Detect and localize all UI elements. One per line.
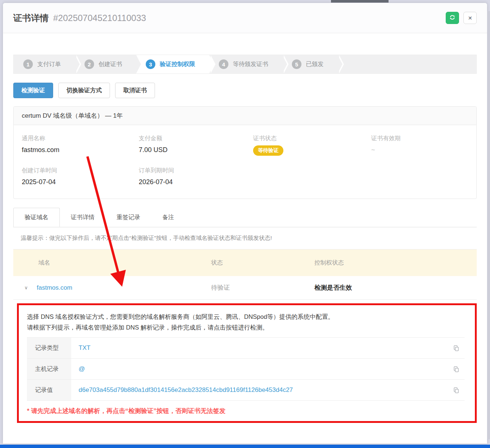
step-number-badge: 1 (23, 59, 33, 69)
domain-table-row: ∨ fastmos.com 待验证 检测是否生效 (13, 276, 477, 300)
close-button[interactable]: ✕ (463, 12, 477, 24)
background-page-artifact (331, 0, 389, 3)
refresh-icon (449, 14, 455, 22)
step-number-badge: 2 (84, 59, 94, 69)
page-scrollbar[interactable] (487, 11, 490, 439)
domain-link[interactable]: fastmos.com (37, 284, 72, 292)
field-amount: 支付金额 7.00 USD (139, 135, 253, 156)
copy-icon (453, 366, 459, 372)
product-title: certum DV 域名级（单域名） — 1年 (14, 107, 476, 125)
chevron-down-icon[interactable]: ∨ (24, 285, 28, 290)
tab-reissue-record[interactable]: 重签记录 (106, 208, 151, 227)
step-number-badge: 4 (219, 59, 228, 69)
domain-table-header: 域名 状态 控制权状态 (13, 249, 477, 276)
record-row-value: 记录值 d6e703a455d79b880a1df3014156e2acb232… (27, 380, 465, 401)
switch-method-button[interactable]: 切换验证方式 (58, 83, 110, 98)
check-verify-button[interactable]: 检测验证 (13, 83, 53, 98)
dns-intro-line1: 选择 DNS 域名授权验证方式，您需要到您的域名解析服务商（如阿里云、腾讯、DN… (27, 311, 465, 322)
cancel-cert-button[interactable]: 取消证书 (115, 83, 155, 98)
copy-icon (453, 387, 459, 393)
dns-record-table: 记录类型 TXT 主机记录 @ (27, 338, 465, 401)
page-title: 证书详情 (13, 12, 49, 24)
status-badge: 等待验证 (253, 145, 283, 156)
refresh-button[interactable] (446, 12, 459, 24)
control-status-link[interactable]: 检测是否生效 (314, 283, 477, 292)
tip-text: 温馨提示：做完以下操作后，请不定期点击“检测验证”按钮，手动检查域名验证状态和证… (13, 227, 477, 249)
record-host-value[interactable]: @ (71, 359, 448, 379)
order-number: #202507045210110033 (53, 13, 146, 23)
step-wait-issue: 4 等待颁发证书 (209, 55, 282, 73)
field-expire-time: 订单到期时间 2026-07-04 (139, 167, 253, 186)
record-txt-value[interactable]: d6e703a455d79b880a1df3014156e2acb2328514… (71, 380, 448, 400)
record-row-type: 记录类型 TXT (27, 338, 465, 359)
tab-verify-domain[interactable]: 验证域名 (13, 208, 60, 227)
field-created-time: 创建订单时间 2025-07-04 (22, 167, 139, 186)
close-icon: ✕ (468, 15, 472, 21)
copy-button[interactable] (448, 380, 465, 400)
field-cert-status: 证书状态 等待验证 (253, 135, 371, 156)
step-pay-order: 1 支付订单 (14, 55, 75, 73)
step-issued: 5 已颁发 (282, 55, 338, 73)
record-type-value[interactable]: TXT (71, 338, 448, 358)
copy-button[interactable] (448, 359, 465, 379)
dns-intro: 选择 DNS 域名授权验证方式，您需要到您的域名解析服务商（如阿里云、腾讯、DN… (27, 311, 465, 338)
field-validity: 证书有效期 ~ (371, 135, 468, 156)
certificate-panel: certum DV 域名级（单域名） — 1年 通用名称 fastmos.com… (13, 106, 477, 199)
certificate-detail-modal: 证书详情 #202507045210110033 ✕ (3, 3, 487, 444)
dns-warning-text: * 请先完成上述域名的解析，再点击“检测验证”按钮，否则证书无法签发 (27, 407, 465, 415)
dns-verification-section-red-annotation: 选择 DNS 域名授权验证方式，您需要到您的域名解析服务商（如阿里云、腾讯、DN… (17, 303, 477, 423)
domain-status: 待验证 (211, 283, 314, 292)
step-create-cert: 2 创建证书 (75, 55, 136, 73)
record-row-host: 主机记录 @ (27, 359, 465, 380)
step-wizard: 1 支付订单 2 创建证书 3 验证控制权限 4 等待颁发证书 5 已颁发 (13, 55, 477, 74)
step-number-badge: 3 (146, 59, 155, 69)
field-common-name: 通用名称 fastmos.com (22, 135, 139, 156)
step-number-badge: 5 (292, 59, 301, 69)
dns-intro-line2: 请根据下列提示，再域名管理处添加 DNS 解析记录，操作完成后，请点击按钮进行检… (27, 322, 465, 333)
header-control-status: 控制权状态 (314, 259, 477, 267)
copy-icon (453, 345, 459, 351)
header-domain: 域名 (13, 259, 211, 267)
title-wrap: 证书详情 #202507045210110033 (13, 12, 146, 24)
tab-bar: 验证域名 证书详情 重签记录 备注 (13, 208, 477, 227)
tab-remark[interactable]: 备注 (151, 208, 185, 227)
tab-cert-detail[interactable]: 证书详情 (60, 208, 106, 227)
step-verify-control: 3 验证控制权限 (136, 55, 209, 73)
modal-header: 证书详情 #202507045210110033 ✕ (3, 3, 487, 33)
header-status: 状态 (211, 259, 314, 267)
modal-content: 1 支付订单 2 创建证书 3 验证控制权限 4 等待颁发证书 5 已颁发 检测… (3, 33, 487, 433)
copy-button[interactable] (448, 338, 465, 358)
bottom-blue-strip (0, 445, 490, 448)
action-bar: 检测验证 切换验证方式 取消证书 (13, 83, 477, 98)
